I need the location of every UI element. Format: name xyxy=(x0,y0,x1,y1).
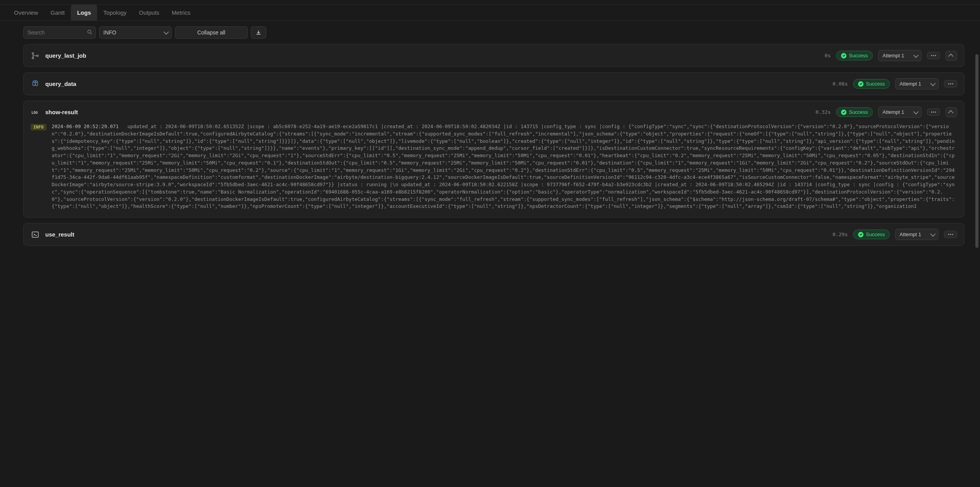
log-body: INFO 2024-06-09 20:52:29.071 updated_at … xyxy=(24,123,964,217)
search-icon xyxy=(87,29,92,36)
svg-point-19 xyxy=(950,234,951,235)
log-duration: 0.32s xyxy=(816,109,831,115)
tab-outputs[interactable]: Outputs xyxy=(133,5,166,21)
collapse-all-button[interactable]: Collapse all xyxy=(175,26,248,39)
chevron-down-icon xyxy=(913,52,918,58)
svg-point-3 xyxy=(32,57,34,59)
svg-line-1 xyxy=(91,33,92,34)
top-divider xyxy=(0,0,980,5)
attempt-label: Attempt 1 xyxy=(899,81,921,87)
log-message: updated_at : 2024-06-09T18:50:02.651352Z… xyxy=(52,123,955,209)
log-level-value: INFO xyxy=(103,29,116,36)
tab-metrics[interactable]: Metrics xyxy=(166,5,197,21)
log-timestamp: 2024-06-09 20:52:29.071 xyxy=(52,123,119,129)
attempt-select[interactable]: Attempt 1 xyxy=(895,78,939,89)
more-button[interactable] xyxy=(927,108,940,116)
svg-point-10 xyxy=(948,83,949,84)
svg-point-0 xyxy=(88,30,91,33)
svg-point-20 xyxy=(952,234,953,235)
search-box xyxy=(23,26,96,39)
log-duration: 0s xyxy=(825,53,831,58)
download-button[interactable] xyxy=(251,26,266,39)
toolbar: INFO Collapse all xyxy=(0,21,980,44)
svg-point-16 xyxy=(935,111,936,113)
svg-point-15 xyxy=(933,111,934,113)
status-text: Success xyxy=(866,231,885,237)
success-icon xyxy=(858,232,863,237)
status-badge: Success xyxy=(853,230,890,239)
log-level-badge: INFO xyxy=(31,124,46,130)
success-icon xyxy=(858,81,863,87)
log-content: 2024-06-09 20:52:29.071 updated_at : 202… xyxy=(52,123,958,210)
svg-point-8 xyxy=(34,82,34,82)
status-badge: Success xyxy=(853,79,890,89)
svg-point-12 xyxy=(952,83,953,84)
chevron-down-icon xyxy=(930,231,935,237)
more-horizontal-icon xyxy=(948,234,953,235)
log-duration: 0.08s xyxy=(833,81,848,87)
log-header[interactable]: query_data 0.08s Success Attempt 1 xyxy=(24,73,964,95)
terminal-icon xyxy=(31,230,40,239)
more-horizontal-icon xyxy=(948,83,953,84)
status-text: Success xyxy=(849,109,868,115)
log-entry-query-last-job: query_last_job 0s Success Attempt 1 xyxy=(23,44,965,67)
collapse-button[interactable] xyxy=(946,51,957,61)
svg-point-5 xyxy=(931,55,932,56)
attempt-select[interactable]: Attempt 1 xyxy=(878,50,922,61)
chevron-down-icon xyxy=(163,29,169,35)
more-horizontal-icon xyxy=(931,111,936,113)
chevron-down-icon xyxy=(913,109,918,114)
download-icon xyxy=(256,30,261,35)
tab-overview[interactable]: Overview xyxy=(8,5,45,21)
svg-point-14 xyxy=(931,111,932,113)
more-horizontal-icon xyxy=(931,55,936,56)
status-text: Success xyxy=(849,53,868,58)
chevron-down-icon xyxy=(930,81,935,86)
log-duration: 0.29s xyxy=(833,231,848,237)
more-button[interactable] xyxy=(927,52,940,59)
log-entry-use-result: use_result 0.29s Success Attempt 1 xyxy=(23,223,965,246)
svg-point-2 xyxy=(32,53,34,54)
log-title: use_result xyxy=(45,231,827,238)
attempt-label: Attempt 1 xyxy=(882,53,904,58)
svg-point-6 xyxy=(933,55,934,56)
attempt-label: Attempt 1 xyxy=(882,109,904,115)
tab-bar: Overview Gantt Logs Topology Outputs Met… xyxy=(0,5,980,21)
attempt-label: Attempt 1 xyxy=(899,231,921,237)
more-button[interactable] xyxy=(944,231,957,238)
svg-point-18 xyxy=(948,234,949,235)
collapse-button[interactable] xyxy=(946,107,957,117)
merge-icon xyxy=(31,51,40,60)
log-container: query_last_job 0s Success Attempt 1 xyxy=(0,44,972,246)
scrollbar[interactable] xyxy=(975,54,978,248)
chevron-up-icon xyxy=(948,110,954,115)
tab-topology[interactable]: Topology xyxy=(97,5,133,21)
search-input[interactable] xyxy=(23,26,96,39)
tab-logs[interactable]: Logs xyxy=(71,5,97,21)
attempt-select[interactable]: Attempt 1 xyxy=(895,229,939,240)
postgres-icon xyxy=(31,79,40,89)
success-icon xyxy=(841,53,846,58)
attempt-select[interactable]: Attempt 1 xyxy=(878,106,922,118)
svg-text:LOG: LOG xyxy=(31,110,38,114)
success-icon xyxy=(841,110,846,115)
svg-point-9 xyxy=(36,82,36,82)
log-header[interactable]: use_result 0.29s Success Attempt 1 xyxy=(24,223,964,245)
log-entry-query-data: query_data 0.08s Success Attempt 1 xyxy=(23,72,965,95)
chevron-up-icon xyxy=(948,53,954,59)
log-title: query_last_job xyxy=(45,52,819,59)
more-button[interactable] xyxy=(944,80,957,87)
status-text: Success xyxy=(866,81,885,87)
log-title: query_data xyxy=(45,81,827,87)
svg-point-11 xyxy=(950,83,951,84)
svg-point-7 xyxy=(935,55,936,56)
svg-point-4 xyxy=(37,55,38,57)
log-title: show-result xyxy=(45,109,810,115)
log-level-select[interactable]: INFO xyxy=(99,26,172,39)
log-header[interactable]: query_last_job 0s Success Attempt 1 xyxy=(24,45,964,67)
status-badge: Success xyxy=(836,51,873,60)
status-badge: Success xyxy=(836,107,873,117)
log-header[interactable]: LOG show-result 0.32s Success Attempt 1 xyxy=(24,101,964,123)
tab-gantt[interactable]: Gantt xyxy=(45,5,71,21)
log-icon: LOG xyxy=(31,108,40,117)
